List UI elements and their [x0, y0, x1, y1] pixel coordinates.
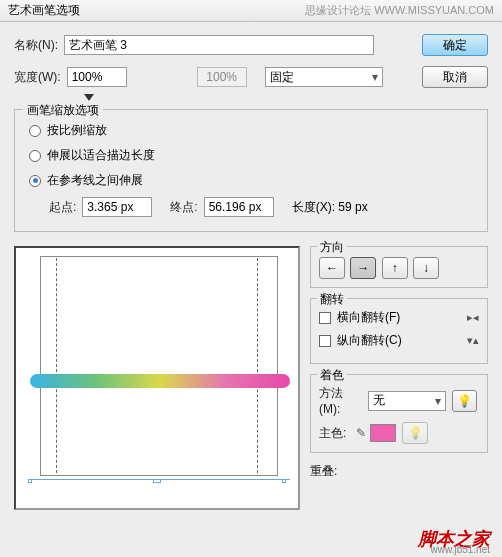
start-input[interactable] — [82, 197, 152, 217]
direction-group: 方向 ← → ↑ ↓ — [310, 246, 488, 288]
artboard — [40, 256, 278, 476]
dir-up-button[interactable]: ↑ — [382, 257, 408, 279]
flip-h-checkbox[interactable]: 横向翻转(F) ▸◂ — [319, 309, 479, 326]
name-label: 名称(N): — [14, 37, 58, 54]
guide-end[interactable] — [257, 258, 258, 473]
scale-options-group: 画笔缩放选项 按比例缩放 伸展以适合描边长度 在参考线之间伸展 起点: 终点: … — [14, 109, 488, 232]
flip-v-checkbox[interactable]: 纵向翻转(C) ▾▴ — [319, 332, 479, 349]
flip-title: 翻转 — [317, 291, 347, 308]
method-label: 方法(M): — [319, 385, 362, 416]
width-display: 100% — [197, 67, 247, 87]
end-label: 终点: — [170, 199, 197, 216]
flip-group: 翻转 横向翻转(F) ▸◂ 纵向翻转(C) ▾▴ — [310, 298, 488, 364]
tips-button[interactable]: 💡 — [452, 390, 477, 412]
keycolor-swatch[interactable] — [370, 424, 396, 442]
brush-stroke — [30, 374, 290, 388]
eyedropper-icon[interactable]: ✎ — [356, 426, 366, 440]
radio-stretch-guides[interactable]: 在参考线之间伸展 — [29, 172, 473, 189]
dir-left-button[interactable]: ← — [319, 257, 345, 279]
guide-start[interactable] — [56, 258, 57, 473]
titlebar: 艺术画笔选项 思缘设计论坛 WWW.MISSYUAN.COM — [0, 0, 502, 22]
start-label: 起点: — [49, 199, 76, 216]
flip-v-icon: ▾▴ — [467, 334, 479, 347]
width-label: 宽度(W): — [14, 69, 61, 86]
flip-h-icon: ▸◂ — [467, 311, 479, 324]
length-display: 长度(X): 59 px — [292, 199, 368, 216]
cancel-button[interactable]: 取消 — [422, 66, 488, 88]
watermark-url: www.jb51.net — [431, 544, 490, 555]
end-input[interactable] — [204, 197, 274, 217]
sel-handle-right[interactable] — [282, 479, 286, 483]
overlap-label: 重叠: — [310, 463, 337, 480]
brush-preview — [14, 246, 300, 510]
dir-right-button[interactable]: → — [350, 257, 376, 279]
sel-handle-center[interactable] — [153, 479, 161, 483]
radio-proportional[interactable]: 按比例缩放 — [29, 122, 473, 139]
scale-legend: 画笔缩放选项 — [23, 102, 103, 119]
name-input[interactable] — [64, 35, 374, 55]
dialog-title: 艺术画笔选项 — [8, 2, 80, 19]
watermark-top: 思缘设计论坛 WWW.MISSYUAN.COM — [305, 3, 494, 18]
ok-button[interactable]: 确定 — [422, 34, 488, 56]
width-slider-handle[interactable] — [84, 94, 94, 101]
sel-handle-left[interactable] — [28, 479, 32, 483]
tips-button-2: 💡 — [402, 422, 428, 444]
direction-title: 方向 — [317, 239, 347, 256]
keycolor-label: 主色: — [319, 425, 346, 442]
width-input[interactable] — [67, 67, 127, 87]
colorize-group: 着色 方法(M): 无 💡 主色: ✎ 💡 — [310, 374, 488, 453]
colorize-title: 着色 — [317, 367, 347, 384]
radio-stretch-fit[interactable]: 伸展以适合描边长度 — [29, 147, 473, 164]
width-mode-select[interactable]: 固定 — [265, 67, 383, 87]
method-select[interactable]: 无 — [368, 391, 446, 411]
dir-down-button[interactable]: ↓ — [413, 257, 439, 279]
